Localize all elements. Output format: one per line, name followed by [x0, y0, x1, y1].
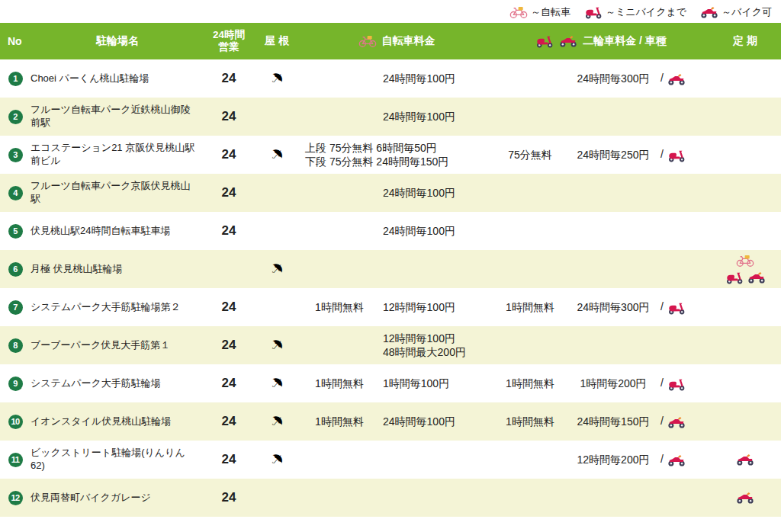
bicycle-fee-cell: [378, 250, 493, 288]
moto-fee-cell: [567, 479, 659, 517]
roof-cell: [253, 212, 301, 250]
teiki-cell: [709, 250, 781, 288]
bicycle-fee-line: 下段 75分無料 24時間毎150円: [305, 155, 493, 168]
parking-name-cell: システムパーク大手筋駐輪場第２: [31, 288, 204, 326]
motorcycle-icon: [700, 5, 718, 19]
bicycle-icon: [509, 5, 528, 19]
moto-type-cell: /: [659, 136, 709, 174]
moto-free-cell: [493, 98, 567, 136]
parking-table-body: 1Choei パーくん桃山駐輪場24☂24時間毎100円24時間毎300円/ 2…: [0, 59, 781, 517]
parking-name-cell: フルーツ自転車パーク京阪伏見桃山駅: [31, 174, 204, 212]
bicycle-fee-cell: 24時間毎100円: [378, 174, 493, 212]
bicycle-fee-cell: 1時間毎100円: [378, 364, 493, 402]
bicycle-free-cell: [301, 174, 378, 212]
header-no: No: [0, 23, 31, 59]
parking-name-cell: 月極 伏見桃山駐輪場: [31, 250, 204, 288]
moto-fee-cell: [567, 174, 659, 212]
legend-item-motorcycle: ～バイク可: [700, 5, 772, 19]
row-number-cell: 11: [0, 441, 31, 479]
moto-type-cell: [659, 250, 709, 288]
bicycle-free-cell: [301, 326, 378, 364]
moto-fee-cell: [567, 98, 659, 136]
row-number-badge: 9: [8, 377, 23, 391]
scooter-icon: [667, 301, 686, 315]
roof-cell: ☂: [253, 59, 301, 98]
row-number-cell: 3: [0, 136, 31, 174]
parking-name-cell: イオンスタイル伏見桃山駐輪場: [31, 402, 204, 441]
moto-free-cell: [493, 174, 567, 212]
moto-type-cell: /: [659, 59, 709, 98]
bicycle-free-cell: [301, 59, 378, 98]
row-number-badge: 12: [8, 491, 23, 505]
moto-fee-cell: [567, 212, 659, 250]
moto-type-cell: /: [659, 441, 709, 479]
parking-name-cell: エコステーション21 京阪伏見桃山駅前ビル: [31, 136, 204, 174]
parking-name-cell: ブーブーパーク伏見大手筋第１: [31, 326, 204, 364]
table-row: 9システムパーク大手筋駐輪場24☂1時間無料1時間毎100円1時間無料1時間毎2…: [0, 364, 781, 402]
bicycle-fee-cell: 上段 75分無料 6時間毎50円下段 75分無料 24時間毎150円: [301, 136, 493, 174]
bicycle-fee-cell: 24時間毎100円: [378, 212, 493, 250]
legend-label-scooter: ～ミニバイクまで: [606, 5, 686, 19]
legend-bar: ～自転車 ～ミニバイクまで ～バイク可: [0, 0, 781, 23]
bicycle-free-cell: [301, 212, 378, 250]
scooter-icon: [584, 5, 603, 19]
scooter-icon: [535, 34, 554, 48]
table-row: 6月極 伏見桃山駐輪場☂: [0, 250, 781, 288]
fee-type-slash: /: [660, 453, 664, 465]
motorcycle-icon: [736, 453, 754, 466]
parking-name-cell: フルーツ自転車パーク近鉄桃山御陵前駅: [31, 98, 204, 136]
table-row: 1Choei パーくん桃山駐輪場24☂24時間毎100円24時間毎300円/: [0, 59, 781, 98]
motorcycle-icon: [736, 491, 754, 505]
teiki-cell: [709, 364, 781, 402]
open24-cell: 24: [204, 479, 253, 517]
open24-cell: 24: [204, 98, 253, 136]
bicycle-fee-line: 24時間毎100円: [383, 415, 493, 428]
teiki-cell: [709, 212, 781, 250]
teiki-cell: [709, 174, 781, 212]
open24-cell: 24: [204, 364, 253, 402]
header-open24: 24時間 営業: [204, 23, 253, 59]
bicycle-fee-cell: 24時間毎100円: [378, 402, 493, 441]
moto-fee-cell: 12時間毎200円: [567, 441, 659, 479]
legend-item-bicycle: ～自転車: [509, 5, 570, 19]
moto-free-cell: [493, 479, 567, 517]
open24-cell: 24: [204, 59, 253, 98]
table-row: 11ビックストリート駐輪場(りんりん62)24☂12時間毎200円/: [0, 441, 781, 479]
bicycle-fee-cell: 12時間毎100円48時間最大200円: [378, 326, 493, 364]
bicycle-free-cell: [301, 479, 378, 517]
bicycle-icon: [358, 34, 377, 48]
roof-cell: ☂: [253, 402, 301, 441]
moto-free-cell: [493, 212, 567, 250]
legend-label-motorcycle: ～バイク可: [722, 5, 772, 19]
bicycle-fee-line: 24時間毎100円: [383, 110, 493, 123]
motorcycle-icon: [747, 271, 766, 284]
parking-name-cell: ビックストリート駐輪場(りんりん62): [31, 441, 204, 479]
bicycle-fee-line: 24時間毎100円: [383, 224, 493, 238]
row-number-badge: 2: [8, 110, 23, 124]
row-number-cell: 1: [0, 59, 31, 98]
header-moto-fee-label: 二輪車料金 / 車種: [583, 34, 667, 48]
roof-cell: ☂: [253, 136, 301, 174]
row-number-cell: 2: [0, 98, 31, 136]
fee-type-slash: /: [660, 377, 664, 389]
bicycle-icon: [736, 254, 754, 268]
bicycle-fee-cell: [378, 441, 493, 479]
header-open24-line1: 24時間: [204, 29, 253, 41]
moto-fee-cell: 24時間毎250円: [567, 136, 659, 174]
row-number-cell: 5: [0, 212, 31, 250]
moto-fee-cell: 24時間毎300円: [567, 59, 659, 98]
moto-fee-cell: 1時間毎200円: [567, 364, 659, 402]
roof-cell: [253, 479, 301, 517]
open24-cell: 24: [204, 288, 253, 326]
moto-free-cell: 1時間無料: [493, 288, 567, 326]
scooter-icon: [667, 377, 686, 391]
teiki-cell: [709, 402, 781, 441]
teiki-cell: [709, 479, 781, 517]
table-row: 10イオンスタイル伏見桃山駐輪場24☂1時間無料24時間毎100円1時間無料24…: [0, 402, 781, 441]
motorcycle-icon: [667, 72, 686, 86]
teiki-cell: [709, 98, 781, 136]
bicycle-free-cell: [301, 250, 378, 288]
teiki-cell: [709, 288, 781, 326]
row-number-cell: 12: [0, 479, 31, 517]
row-number-badge: 6: [8, 262, 23, 277]
